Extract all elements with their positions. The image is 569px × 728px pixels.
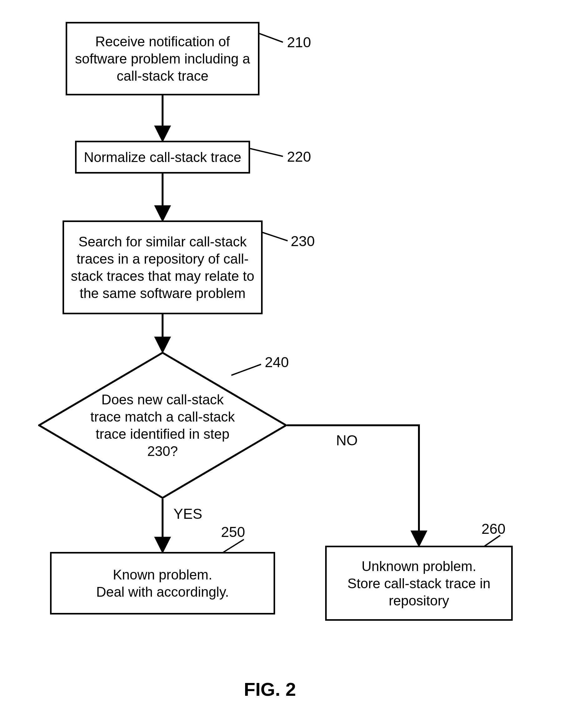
process-text: Search for similar call-stack traces in …: [70, 233, 255, 302]
terminal-text: Unknown problem. Store call-stack trace …: [333, 558, 505, 609]
process-text: Normalize call-stack trace: [84, 149, 241, 166]
terminal-text: Known problem. Deal with accordingly.: [96, 566, 229, 600]
ref-label-250: 250: [221, 525, 245, 539]
terminal-box-250: Known problem. Deal with accordingly.: [50, 552, 275, 614]
ref-label-210: 210: [287, 35, 311, 49]
ref-label-230: 230: [291, 234, 315, 248]
process-box-230: Search for similar call-stack traces in …: [63, 220, 263, 314]
flowchart-canvas: Receive notification of software problem…: [0, 0, 569, 728]
process-text: Receive notification of software problem…: [73, 33, 252, 84]
edge-label-yes: YES: [174, 507, 202, 521]
figure-title: FIG. 2: [244, 679, 296, 700]
svg-line-5: [250, 149, 283, 156]
decision-text: Does new call-stack trace match a call-s…: [85, 391, 240, 460]
process-box-210: Receive notification of software problem…: [66, 22, 259, 95]
ref-label-240: 240: [265, 355, 289, 369]
terminal-box-260: Unknown problem. Store call-stack trace …: [325, 546, 513, 621]
ref-label-220: 220: [287, 149, 311, 164]
edge-label-no: NO: [336, 433, 358, 447]
ref-label-260: 260: [481, 522, 506, 536]
svg-line-6: [259, 231, 288, 241]
decision-diamond-240: Does new call-stack trace match a call-s…: [38, 352, 287, 499]
process-box-220: Normalize call-stack trace: [75, 141, 250, 174]
